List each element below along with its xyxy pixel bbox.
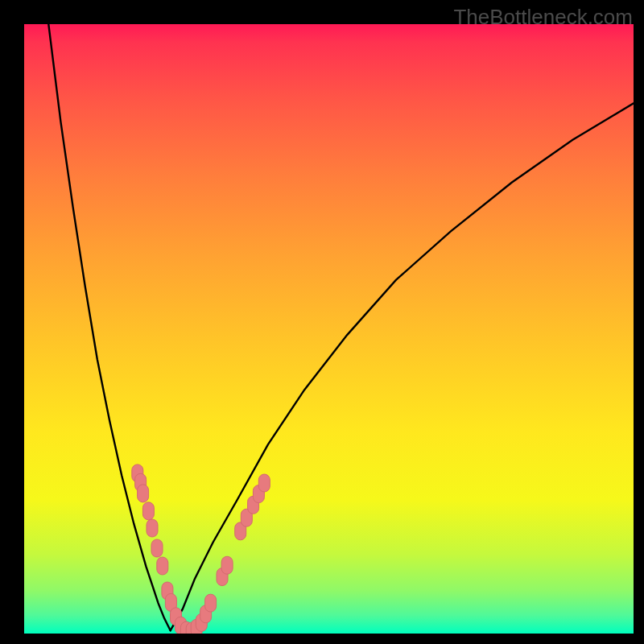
- data-marker: [147, 519, 158, 537]
- data-marker: [138, 485, 149, 502]
- data-marker: [205, 594, 217, 612]
- curve-layer: [48, 24, 634, 630]
- data-marker: [157, 557, 168, 575]
- chart-frame: TheBottleneck.com: [0, 0, 644, 644]
- watermark-text: TheBottleneck.com: [453, 5, 633, 30]
- data-marker: [142, 502, 154, 520]
- data-marker: [151, 539, 163, 557]
- data-marker: [221, 556, 233, 574]
- chart-svg: [24, 24, 634, 634]
- data-marker: [258, 474, 270, 492]
- markers-layer: [132, 464, 270, 634]
- curve-left: [48, 24, 170, 630]
- plot-area: [24, 24, 634, 634]
- curve-right: [171, 103, 634, 630]
